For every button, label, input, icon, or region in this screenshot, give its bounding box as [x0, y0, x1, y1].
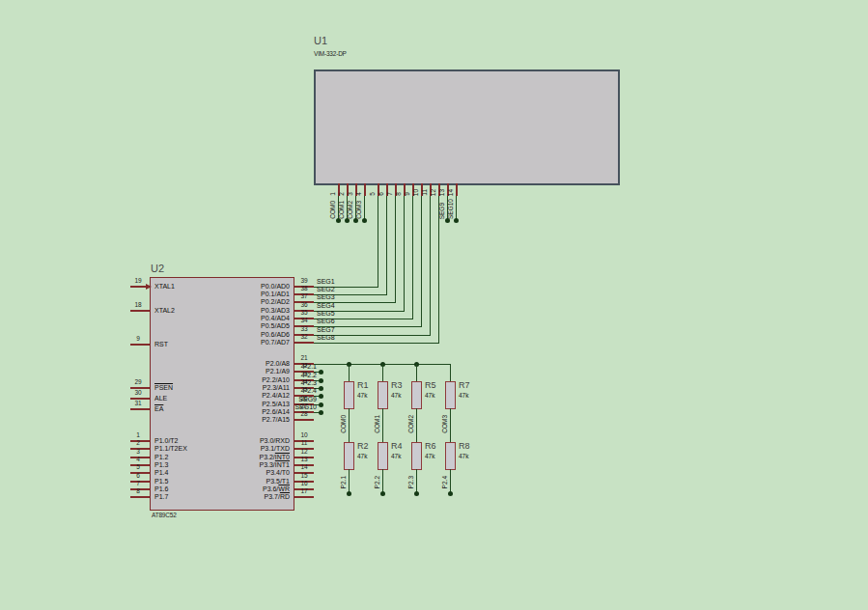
resistor-value[interactable]: 47k [459, 392, 468, 399]
resistor-r7[interactable] [445, 381, 456, 409]
net-label-seg6[interactable]: SEG6 [317, 318, 335, 325]
u1-pin-number: 7 [386, 192, 394, 196]
net-label-seg1[interactable]: SEG1 [317, 278, 335, 286]
wire-seg9[interactable] [447, 196, 448, 220]
net-label-seg9[interactable]: SEG9 [290, 396, 317, 403]
pin-name: P2.5/A13 [183, 401, 290, 408]
u1-pin-4 [364, 183, 366, 196]
resistor-ref[interactable]: R7 [459, 380, 470, 390]
net-label-p2_4[interactable]: P2.4 [290, 387, 317, 395]
wire-seg6-v[interactable] [421, 196, 422, 326]
wire[interactable] [450, 364, 451, 381]
pin-number: 15 [295, 472, 313, 480]
net-label-seg2[interactable]: SEG2 [317, 286, 335, 293]
u1-reference[interactable]: U1 [314, 35, 327, 46]
net-label-seg3[interactable]: SEG3 [317, 293, 335, 301]
u1-part-value[interactable]: VIM-332-DP [314, 50, 347, 57]
pin-name: XTAL2 [154, 307, 175, 315]
pin-number: 16 [295, 480, 313, 487]
u2-part-value[interactable]: AT89C52 [152, 512, 177, 518]
wire-com1[interactable] [382, 408, 383, 442]
u1-pin-number: 4 [355, 192, 363, 196]
u1-pin-name: COM3 [355, 201, 363, 219]
net-label-seg4[interactable]: SEG4 [317, 302, 335, 310]
resistor-value[interactable]: 47k [459, 453, 468, 459]
wire-seg1-v[interactable] [378, 196, 378, 287]
net-label-p2_4[interactable]: P2.4 [441, 476, 449, 488]
wire-seg8-v[interactable] [438, 196, 439, 343]
resistor-value[interactable]: 47k [391, 453, 401, 459]
net-label-seg10[interactable]: SEG10 [290, 403, 317, 411]
net-label-seg7[interactable]: SEG7 [317, 326, 335, 334]
net-label-p2_1[interactable]: P2.1 [290, 363, 317, 371]
resistor-r1[interactable] [344, 381, 354, 409]
u1-pin-number: 10 [412, 189, 420, 196]
pin-name: RST [154, 341, 168, 348]
pin-number: 18 [128, 301, 148, 309]
resistor-value[interactable]: 47k [357, 392, 367, 399]
wire-com1[interactable] [347, 196, 348, 220]
net-label-p2_1[interactable]: P2.1 [340, 476, 348, 488]
resistor-ref[interactable]: R4 [391, 441, 403, 451]
wire-com3[interactable] [364, 196, 365, 220]
resistor-value[interactable]: 47k [357, 453, 367, 459]
net-label-com0[interactable]: COM0 [340, 415, 348, 433]
net-label-seg8[interactable]: SEG8 [317, 334, 335, 342]
net-label-p2_2[interactable]: P2.2 [290, 372, 317, 379]
resistor-value[interactable]: 47k [425, 392, 434, 399]
u2-reference[interactable]: U2 [151, 263, 164, 274]
pin-number: 31 [128, 400, 148, 407]
net-label-com3[interactable]: COM3 [441, 415, 449, 433]
pin-number: 33 [295, 325, 313, 333]
wire-com0[interactable] [349, 408, 350, 442]
resistor-r3[interactable] [378, 381, 388, 409]
resistor-ref[interactable]: R3 [391, 380, 403, 390]
net-label-com1[interactable]: COM1 [374, 415, 381, 433]
junction-dot [448, 491, 453, 496]
resistor-r8[interactable] [445, 442, 456, 470]
wire[interactable] [416, 364, 417, 381]
resistor-ref[interactable]: R2 [357, 441, 369, 451]
resistor-r5[interactable] [411, 381, 422, 409]
pin-number: 8 [128, 487, 148, 495]
lcd-display-body[interactable] [314, 69, 620, 185]
resistor-value[interactable]: 47k [425, 453, 434, 459]
wire-seg3-v[interactable] [395, 196, 396, 302]
pin-number: 12 [295, 448, 313, 456]
resistor-r2[interactable] [344, 442, 354, 470]
wire-seg2-v[interactable] [386, 196, 387, 294]
u1-pin-number: 11 [421, 189, 429, 196]
wire-com2[interactable] [355, 196, 356, 220]
net-label-seg5[interactable]: SEG5 [317, 310, 335, 318]
resistor-ref[interactable]: R8 [459, 441, 470, 451]
pin-number: 38 [295, 285, 313, 292]
wire[interactable] [349, 364, 350, 381]
wire-seg10[interactable] [456, 196, 457, 220]
pin-number: 9 [128, 335, 148, 343]
resistor-r4[interactable] [378, 442, 388, 470]
net-label-com2[interactable]: COM2 [407, 415, 415, 433]
wire-seg8-h[interactable] [314, 343, 439, 344]
wire-com3[interactable] [450, 408, 451, 442]
pin-number: 10 [295, 431, 313, 439]
net-label-p2_2[interactable]: P2.2 [374, 476, 381, 488]
net-label-p2_3[interactable]: P2.3 [407, 476, 415, 488]
resistor-r6[interactable] [411, 442, 422, 470]
wire-seg5-v[interactable] [412, 196, 413, 319]
wire-seg4-v[interactable] [404, 196, 405, 311]
wire-seg7-v[interactable] [430, 196, 431, 335]
pin-name: P3.3/INT1 [183, 461, 290, 469]
pin-name: P0.7/AD7 [183, 339, 290, 347]
resistor-value[interactable]: 47k [391, 392, 401, 399]
net-label-p2_3[interactable]: P2.3 [290, 379, 317, 387]
resistor-ref[interactable]: R6 [425, 441, 436, 451]
pin-number: 28 [295, 410, 313, 418]
pin-number: 13 [295, 456, 313, 463]
resistor-ref[interactable]: R5 [425, 380, 436, 390]
resistor-ref[interactable]: R1 [357, 380, 369, 390]
junction-dot [454, 218, 459, 223]
u1-pin-number: 3 [347, 192, 354, 196]
wire-com2[interactable] [416, 408, 417, 442]
wire-com0[interactable] [338, 196, 339, 220]
wire[interactable] [382, 364, 383, 381]
